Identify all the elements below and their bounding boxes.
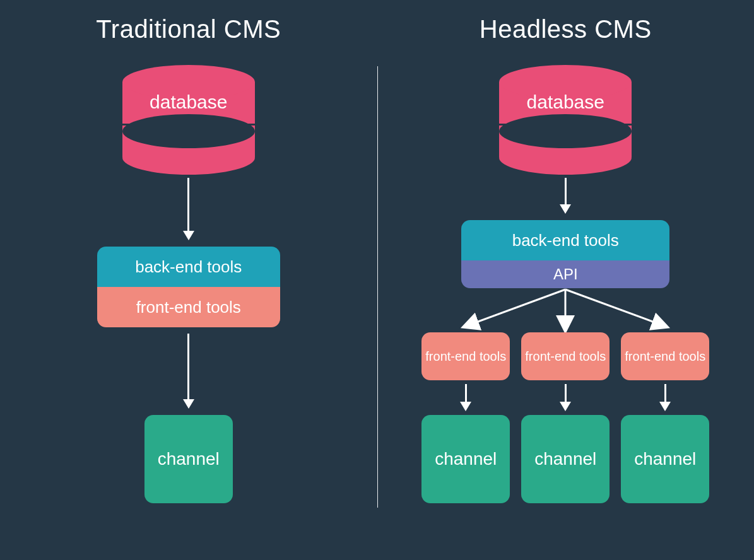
arrow-down-icon [560, 178, 571, 214]
frontend-box-left: front-end tools [97, 287, 280, 327]
database-label-right: database [499, 91, 632, 113]
arrow-down-icon [183, 334, 194, 409]
arrow-down-icon [659, 384, 671, 411]
vertical-divider [377, 66, 378, 508]
database-cylinder-right: database [499, 65, 632, 156]
channel-box-2: channel [521, 415, 610, 503]
frontend-box-2: front-end tools [521, 332, 610, 380]
headless-cms-panel: Headless CMS database back-end tools API [377, 0, 755, 560]
svg-line-0 [469, 289, 565, 325]
split-arrows-icon [420, 288, 710, 332]
tools-stack-right: back-end tools API [461, 220, 669, 288]
arrow-down-icon [183, 178, 194, 240]
svg-line-2 [565, 289, 661, 325]
arrow-down-icon [560, 384, 571, 411]
arrow-down-icon [460, 384, 471, 411]
traditional-title: Traditional CMS [96, 15, 281, 44]
backend-box-left: back-end tools [97, 247, 280, 287]
channel-box-3: channel [621, 415, 709, 503]
channel-box-left: channel [144, 415, 233, 503]
tools-stack-left: back-end tools front-end tools [97, 247, 280, 327]
frontend-box-1: front-end tools [421, 332, 510, 380]
frontend-box-3: front-end tools [621, 332, 709, 380]
traditional-cms-panel: Traditional CMS database back-end tools … [0, 0, 377, 560]
api-box: API [461, 260, 669, 288]
channel-box-1: channel [421, 415, 510, 503]
frontend-row: front-end tools channel front-end tools … [421, 332, 709, 503]
database-label-left: database [122, 91, 255, 113]
headless-title: Headless CMS [480, 15, 652, 44]
diagram-container: Traditional CMS database back-end tools … [0, 0, 754, 560]
backend-box-right: back-end tools [461, 220, 669, 260]
database-cylinder-left: database [122, 65, 255, 156]
